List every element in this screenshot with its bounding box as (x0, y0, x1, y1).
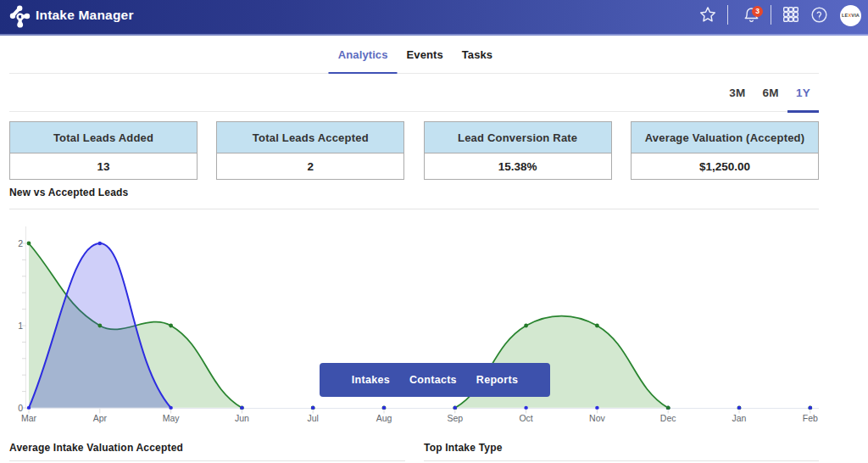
svg-text:Feb: Feb (803, 413, 818, 423)
svg-text:May: May (163, 413, 181, 423)
svg-text:Jan: Jan (732, 413, 747, 423)
svg-text:Apr: Apr (93, 413, 108, 423)
svg-text:Nov: Nov (589, 413, 605, 423)
svg-text:Mar: Mar (21, 413, 37, 423)
svg-text:1: 1 (18, 321, 23, 331)
svg-text:Sep: Sep (447, 413, 463, 423)
svg-text:Dec: Dec (660, 413, 676, 423)
svg-text:Aug: Aug (376, 413, 392, 423)
svg-text:Oct: Oct (519, 413, 532, 423)
svg-text:0: 0 (18, 403, 23, 413)
svg-text:Jun: Jun (235, 413, 249, 423)
svg-text:Jul: Jul (307, 413, 318, 423)
svg-text:2: 2 (18, 238, 23, 248)
